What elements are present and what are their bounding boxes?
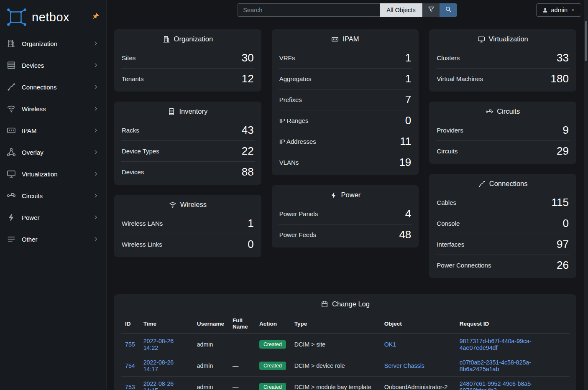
stat-value[interactable]: 0	[405, 114, 411, 127]
sidebar-item-overlay[interactable]: Overlay	[0, 141, 106, 163]
stat-value[interactable]: 33	[557, 51, 569, 64]
stat-value[interactable]: 1	[248, 217, 253, 230]
scrollbar-thumb[interactable]	[585, 21, 587, 61]
card-header: Connections	[436, 174, 570, 192]
stat-label[interactable]: Cables	[437, 199, 456, 206]
chevron-right-icon	[93, 106, 99, 112]
stat-label[interactable]: Devices	[122, 168, 144, 176]
stat-label[interactable]: IP Ranges	[279, 117, 309, 124]
card-organization: Organization Sites 30 Tenants 12	[114, 29, 261, 92]
stat-label[interactable]: Console	[437, 220, 460, 227]
filter-button[interactable]	[422, 3, 440, 17]
changelog-id-link[interactable]: 753	[125, 384, 135, 390]
changelog-time-link[interactable]: 2022-08-26 14:15	[143, 380, 174, 390]
stat-label[interactable]: Power Feeds	[279, 231, 316, 238]
stat-value[interactable]: 48	[399, 228, 411, 241]
user-menu-button[interactable]: admin	[536, 3, 582, 17]
stat-label[interactable]: Power Panels	[279, 210, 318, 217]
stat-value[interactable]: 19	[399, 156, 411, 169]
changelog-object-link[interactable]: OK1	[384, 341, 396, 348]
changelog-request-id-link[interactable]: 24807c61-9952-49c6-b8a5-69760bfcc4b3	[460, 380, 533, 390]
server-stack-icon	[7, 61, 16, 70]
stat-value[interactable]: 29	[557, 145, 569, 158]
stat-label[interactable]: Aggregates	[279, 75, 312, 82]
changelog-time-link[interactable]: 2022-08-26 14:17	[143, 359, 174, 372]
chevron-right-icon	[93, 236, 99, 242]
search-submit-button[interactable]	[440, 3, 457, 17]
sidebar-item-devices[interactable]: Devices	[0, 54, 106, 76]
stat-value[interactable]: 180	[551, 72, 569, 85]
sidebar-item-power[interactable]: Power	[0, 206, 106, 228]
table-row: 755 2022-08-26 14:22 admin — Created DCI…	[121, 334, 570, 355]
stat-label[interactable]: Clusters	[437, 54, 460, 61]
changelog-id-link[interactable]: 754	[125, 362, 135, 369]
stat-label[interactable]: Virtual Machines	[437, 75, 483, 82]
stat-label[interactable]: Prefixes	[279, 96, 302, 103]
card-circuits: Circuits Providers 9 Circuits 29	[429, 102, 576, 164]
stat-value[interactable]: 12	[242, 72, 254, 85]
sidebar-item-connections[interactable]: Connections	[0, 76, 106, 98]
object-type-dropdown[interactable]: All Objects	[380, 3, 422, 17]
stat-value[interactable]: 11	[400, 135, 411, 148]
stat-label[interactable]: Wireless Links	[122, 241, 162, 248]
card-power: Power Power Panels 4 Power Feeds 48	[272, 185, 419, 247]
stat-label[interactable]: Racks	[122, 127, 139, 134]
card-ipam: IPAM VRFs 1 Aggregates 1 Prefixes 7 IP R…	[272, 29, 419, 175]
sidebar-item-label: Organization	[22, 40, 57, 47]
stat-value[interactable]: 115	[552, 196, 569, 209]
stat-value[interactable]: 1	[405, 72, 411, 85]
sidebar-item-circuits[interactable]: Circuits	[0, 185, 106, 206]
stat-label[interactable]: Circuits	[437, 148, 458, 155]
chevron-right-icon	[93, 171, 99, 177]
search-input[interactable]	[238, 3, 380, 17]
card-wireless: Wireless Wireless LANs 1 Wireless Links …	[114, 195, 261, 257]
stat-value[interactable]: 30	[242, 51, 254, 64]
card-title: Organization	[174, 35, 213, 43]
search-group: All Objects	[238, 3, 457, 17]
netbox-logo[interactable]	[6, 8, 28, 27]
pin-icon[interactable]	[92, 13, 100, 20]
stat-label[interactable]: Sites	[122, 54, 135, 61]
column-header-id: ID	[121, 314, 139, 334]
changelog-object-link[interactable]: Server Chassis	[384, 362, 424, 369]
stat-value[interactable]: 97	[557, 238, 569, 251]
stat-label[interactable]: Power Connections	[437, 262, 491, 269]
card-title: Inventory	[179, 107, 207, 115]
column-header-type: Type	[290, 314, 380, 334]
stat-value[interactable]: 1	[405, 51, 411, 64]
sidebar-item-ipam[interactable]: IPAM	[0, 120, 106, 141]
stat-value[interactable]: 0	[563, 217, 569, 230]
stat-value[interactable]: 43	[242, 124, 254, 137]
changelog-request-id-link[interactable]: 9817317d-b67f-440a-99ca-4ae07ede94df	[460, 338, 532, 351]
stat-row: Interfaces 97	[436, 234, 570, 255]
changelog-request-id-link[interactable]: c07f0ab2-2351-4c58-825a-8b6a2425a1ab	[460, 359, 531, 372]
stat-label[interactable]: IP Addresses	[279, 138, 316, 145]
stat-value[interactable]: 22	[242, 145, 254, 158]
column-header-action: Action	[255, 314, 290, 334]
stat-value[interactable]: 9	[563, 124, 569, 137]
changelog-username: admin	[193, 355, 228, 377]
stat-label[interactable]: Interfaces	[437, 241, 464, 248]
column-header-fullname: Full Name	[228, 314, 255, 334]
stat-label[interactable]: Tenants	[122, 75, 144, 82]
changelog-username: admin	[193, 377, 228, 390]
sidebar: netbox Organization Devices Connections …	[0, 0, 107, 390]
stat-value[interactable]: 7	[405, 93, 411, 106]
stat-value[interactable]: 4	[405, 207, 411, 220]
stat-label[interactable]: Device Types	[122, 148, 159, 155]
stat-label[interactable]: VLANs	[279, 159, 299, 166]
stat-value[interactable]: 88	[242, 166, 254, 178]
sidebar-item-wireless[interactable]: Wireless	[0, 98, 106, 120]
stat-value[interactable]: 0	[248, 238, 253, 251]
sidebar-item-virtualization[interactable]: Virtualization	[0, 163, 106, 185]
stat-value[interactable]: 26	[557, 259, 569, 272]
sidebar-item-organization[interactable]: Organization	[0, 33, 106, 54]
changelog-time-link[interactable]: 2022-08-26 14:22	[143, 338, 174, 351]
stat-label[interactable]: Wireless LANs	[122, 220, 163, 227]
lightning-icon	[330, 191, 337, 199]
stat-label[interactable]: VRFs	[279, 54, 295, 61]
changelog-id-link[interactable]: 755	[125, 341, 135, 348]
stat-row: Prefixes 7	[279, 89, 412, 110]
sidebar-item-other[interactable]: Other	[0, 228, 106, 250]
stat-label[interactable]: Providers	[437, 127, 463, 134]
